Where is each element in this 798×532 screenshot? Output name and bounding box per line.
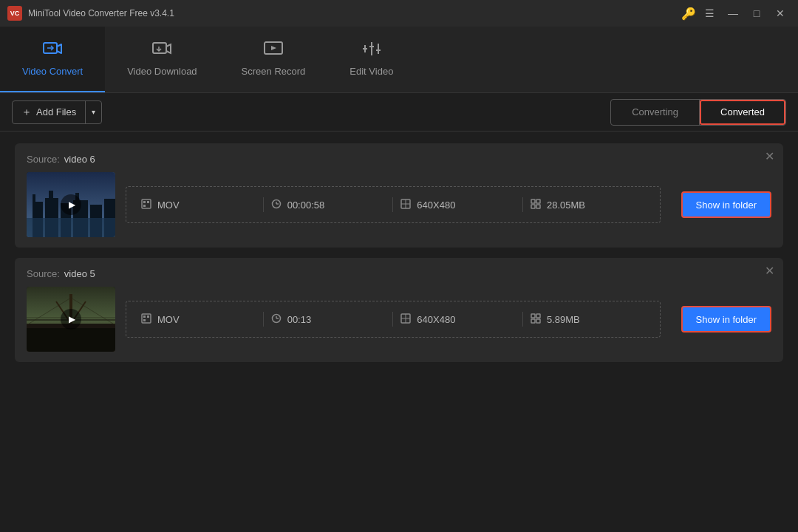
duration-text-1: 00:00:58	[287, 200, 325, 211]
app-title: MiniTool Video Converter Free v3.4.1	[28, 8, 174, 18]
size-text-2: 5.89MB	[547, 314, 580, 325]
svg-rect-36	[536, 205, 540, 208]
add-files-button[interactable]: ＋ Add Files ▾	[12, 100, 102, 124]
svg-rect-2	[153, 43, 166, 53]
divider-1b	[392, 197, 393, 212]
format-icon-1	[141, 199, 151, 211]
resolution-icon-2	[400, 313, 411, 326]
size-info-2: 5.89MB	[531, 313, 645, 326]
svg-rect-58	[536, 314, 540, 318]
source-name-1: video 6	[64, 154, 95, 165]
card-header-1: Source: video 6	[27, 154, 771, 165]
screen-record-icon	[264, 41, 283, 61]
resolution-icon-1	[400, 199, 411, 211]
divider-1a	[263, 197, 264, 212]
svg-rect-33	[531, 200, 535, 203]
maximize-button[interactable]: □	[746, 5, 767, 21]
card-header-2: Source: video 5	[27, 268, 771, 279]
svg-rect-57	[531, 314, 535, 318]
resolution-text-2: 640X480	[417, 314, 455, 325]
card-close-2[interactable]: ✕	[765, 265, 774, 277]
divider-1c	[522, 197, 523, 212]
converting-tab[interactable]: Converting	[611, 100, 700, 125]
svg-rect-50	[143, 319, 146, 321]
svg-rect-35	[531, 205, 535, 208]
svg-rect-23	[142, 200, 151, 208]
key-icon: 🔑	[681, 7, 696, 21]
svg-rect-25	[147, 201, 149, 203]
svg-rect-59	[531, 319, 535, 323]
format-text-1: MOV	[157, 200, 180, 211]
title-bar: VC MiniTool Video Converter Free v3.4.1 …	[0, 0, 798, 27]
divider-2c	[522, 312, 523, 327]
play-icon-1: ▶	[69, 200, 75, 210]
duration-info-1: 00:00:58	[271, 199, 386, 211]
content-area: Source: video 6 ✕	[0, 132, 798, 374]
thumbnail-1[interactable]: ▶	[27, 172, 115, 237]
svg-rect-60	[536, 319, 540, 323]
svg-rect-26	[143, 205, 146, 207]
resolution-info-1: 640X480	[400, 199, 515, 211]
menu-button[interactable]: ☰	[699, 5, 720, 21]
divider-2b	[392, 312, 393, 327]
format-info-2: MOV	[141, 313, 256, 326]
app-logo: VC	[7, 6, 22, 21]
video-convert-icon	[43, 41, 62, 61]
format-icon-2	[141, 313, 151, 326]
play-overlay-1: ▶	[61, 194, 81, 215]
video-download-icon	[152, 41, 171, 61]
nav-item-video-download[interactable]: Video Download	[105, 27, 219, 92]
video-card-1: Source: video 6 ✕	[15, 143, 783, 248]
format-text-2: MOV	[157, 314, 180, 325]
duration-text-2: 00:13	[287, 314, 312, 325]
svg-rect-39	[27, 328, 115, 352]
nav-item-edit-video[interactable]: Edit Video	[327, 27, 415, 92]
source-label-2: Source:	[27, 268, 60, 279]
add-files-main[interactable]: ＋ Add Files	[13, 101, 86, 123]
card-body-1: ▶ MOV	[27, 172, 771, 237]
svg-rect-34	[536, 200, 540, 203]
nav-bar: Video Convert Video Download Screen Reco…	[0, 27, 798, 93]
thumbnail-2[interactable]: ▶	[27, 287, 115, 352]
size-icon-2	[531, 313, 541, 326]
size-info-1: 28.05MB	[531, 199, 645, 211]
play-icon-2: ▶	[69, 314, 75, 324]
play-overlay-2: ▶	[61, 309, 81, 330]
size-text-1: 28.05MB	[547, 200, 585, 211]
minimize-button[interactable]: —	[723, 5, 743, 21]
chevron-down-icon: ▾	[92, 108, 95, 116]
file-info-box-2: MOV 00:13	[126, 301, 661, 338]
nav-label-video-convert: Video Convert	[22, 66, 83, 77]
svg-rect-22	[27, 218, 115, 237]
clock-icon-1	[271, 199, 282, 211]
show-in-folder-btn-1[interactable]: Show in folder	[681, 191, 771, 218]
source-name-2: video 5	[64, 268, 95, 279]
converted-tab[interactable]: Converted	[700, 100, 785, 125]
close-button[interactable]: ✕	[770, 5, 791, 21]
source-label-1: Source:	[27, 154, 60, 165]
edit-video-icon	[362, 41, 381, 61]
title-bar-left: VC MiniTool Video Converter Free v3.4.1	[7, 6, 174, 21]
svg-rect-49	[147, 316, 149, 318]
file-info-box-1: MOV 00:00:58	[126, 186, 661, 223]
duration-info-2: 00:13	[271, 313, 386, 326]
title-bar-controls: 🔑 ☰ — □ ✕	[681, 5, 791, 21]
card-body-2: ▶ MOV	[27, 287, 771, 352]
add-files-dropdown-arrow[interactable]: ▾	[86, 101, 101, 123]
nav-label-edit-video: Edit Video	[349, 66, 393, 77]
nav-item-video-convert[interactable]: Video Convert	[0, 27, 105, 92]
convert-tab-group: Converting Converted	[610, 99, 786, 126]
resolution-info-2: 640X480	[400, 313, 515, 326]
show-in-folder-btn-2[interactable]: Show in folder	[681, 306, 771, 332]
toolbar: ＋ Add Files ▾ Converting Converted	[0, 93, 798, 132]
card-close-1[interactable]: ✕	[765, 151, 774, 163]
clock-icon-2	[271, 313, 282, 326]
resolution-text-1: 640X480	[417, 200, 455, 211]
format-info-1: MOV	[141, 199, 256, 211]
svg-rect-47	[142, 314, 151, 323]
nav-label-screen-record: Screen Record	[242, 66, 306, 77]
nav-item-screen-record[interactable]: Screen Record	[219, 27, 328, 92]
nav-label-video-download: Video Download	[127, 66, 197, 77]
video-card-2: Source: video 5 ✕	[15, 258, 783, 362]
add-files-label: Add Files	[36, 106, 76, 117]
